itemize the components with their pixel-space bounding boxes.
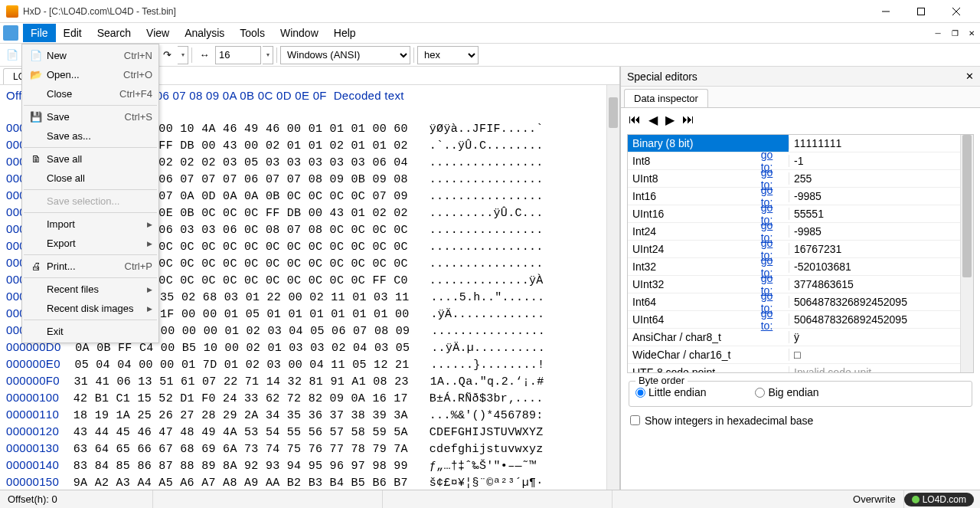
- inspector-value[interactable]: 55551: [789, 208, 973, 220]
- inspector-type-name: Int16: [628, 190, 761, 202]
- statusbar: Offset(h): 0 Overwrite LO4D.com: [0, 490, 980, 508]
- inspector-row[interactable]: UInt64go to:5064878326892452095: [628, 311, 973, 329]
- file-menu-print[interactable]: 🖨Print...Ctrl+P: [24, 257, 157, 276]
- inspector-value[interactable]: 5064878326892452095: [789, 313, 973, 326]
- nav-first-button[interactable]: ⏮: [629, 113, 641, 126]
- menu-edit[interactable]: Edit: [56, 24, 90, 42]
- svg-rect-1: [918, 8, 925, 15]
- toolbar-redo-dropdown[interactable]: ▾: [178, 46, 188, 64]
- hex-base-checkbox[interactable]: [630, 415, 640, 425]
- inspector-value[interactable]: -9985: [789, 190, 973, 202]
- bytes-per-row-dropdown[interactable]: ▾: [263, 46, 273, 64]
- file-menu-save[interactable]: 💾SaveCtrl+S: [24, 107, 157, 126]
- inspector-nav: ⏮ ◀ ▶ ⏭: [621, 108, 980, 131]
- inspector-value[interactable]: 5064878326892452095: [789, 296, 973, 308]
- encoding-select[interactable]: Windows (ANSI): [280, 46, 410, 64]
- inspector-type-name: WideChar / char16_t: [628, 349, 781, 361]
- inspector-type-name: UInt64: [628, 313, 761, 326]
- file-menu-new[interactable]: 📄NewCtrl+N: [24, 46, 157, 65]
- child-restore-button[interactable]: ❐: [946, 25, 963, 41]
- close-button[interactable]: [939, 0, 974, 23]
- menu-view[interactable]: View: [139, 24, 177, 42]
- menu-window[interactable]: Window: [273, 24, 326, 42]
- inspector-value[interactable]: ÿ: [789, 331, 973, 343]
- toolbar-redo-button[interactable]: ↷: [158, 46, 176, 64]
- inspector-scrollbar[interactable]: [960, 135, 973, 372]
- special-editors-title: Special editors: [627, 70, 697, 83]
- inspector-value[interactable]: 11111111: [789, 137, 973, 149]
- bytes-per-row-input[interactable]: [215, 46, 261, 64]
- inspector-type-name: Int32: [628, 261, 761, 273]
- file-menu-import[interactable]: Import▶: [24, 215, 157, 234]
- data-inspector-table: Binary (8 bit)11111111Int8go to:-1UInt8g…: [627, 134, 974, 373]
- nav-last-button[interactable]: ⏭: [682, 113, 694, 126]
- inspector-value[interactable]: -520103681: [789, 261, 973, 273]
- toolbar-width-icon: ↔: [195, 46, 214, 64]
- inspector-type-name: AnsiChar / char8_t: [628, 331, 781, 343]
- inspector-row[interactable]: Int24go to:-9985: [628, 223, 973, 241]
- inspector-value[interactable]: 255: [789, 172, 973, 185]
- inspector-type-name: Binary (8 bit): [628, 137, 781, 149]
- file-menu-export[interactable]: Export▶: [24, 234, 157, 253]
- file-menu-save-as[interactable]: Save as...: [24, 126, 157, 146]
- inspector-type-name: UInt32: [628, 278, 761, 290]
- menu-help[interactable]: Help: [326, 24, 364, 42]
- inspector-row[interactable]: Int32go to:-520103681: [628, 258, 973, 276]
- inspector-row[interactable]: Binary (8 bit)11111111: [628, 135, 973, 152]
- inspector-value[interactable]: □: [789, 349, 973, 361]
- document-icon: [3, 25, 18, 41]
- app-icon: [6, 5, 18, 18]
- inspector-row[interactable]: UInt24go to:16767231: [628, 241, 973, 258]
- data-inspector-tab[interactable]: Data inspector: [624, 89, 708, 107]
- file-menu-save-all[interactable]: 🗎Save all: [24, 149, 157, 169]
- hex-scrollbar[interactable]: [606, 85, 619, 490]
- inspector-row[interactable]: WideChar / char16_t□: [628, 346, 973, 364]
- nav-prev-button[interactable]: ◀: [648, 113, 658, 127]
- watermark-badge: LO4D.com: [904, 493, 974, 506]
- inspector-row[interactable]: UTF-8 code pointInvalid code unit: [628, 364, 973, 372]
- child-close-button[interactable]: ✕: [963, 25, 980, 41]
- inspector-value[interactable]: 16767231: [789, 243, 973, 255]
- inspector-value[interactable]: -1: [789, 155, 973, 167]
- inspector-type-name: UInt8: [628, 172, 761, 185]
- inspector-value[interactable]: Invalid code unit: [789, 366, 973, 372]
- minimize-button[interactable]: [868, 0, 903, 23]
- special-editors-close-button[interactable]: ✕: [965, 70, 974, 82]
- inspector-row[interactable]: UInt8go to:255: [628, 170, 973, 188]
- nav-next-button[interactable]: ▶: [665, 113, 675, 127]
- inspector-row[interactable]: Int16go to:-9985: [628, 188, 973, 205]
- file-menu-recent-files[interactable]: Recent files▶: [24, 280, 157, 299]
- little-endian-radio[interactable]: Little endian: [635, 386, 707, 398]
- inspector-row[interactable]: Int64go to:5064878326892452095: [628, 293, 973, 311]
- save-all-icon: 🗎: [28, 153, 44, 166]
- file-menu-close[interactable]: CloseCtrl+F4: [24, 84, 157, 103]
- file-menu-save-selection[interactable]: Save selection...: [24, 192, 157, 211]
- byte-order-group: Byte order Little endian Big endian: [629, 381, 972, 407]
- toolbar-new-button[interactable]: 📄: [3, 46, 21, 64]
- file-menu-exit[interactable]: Exit: [24, 322, 157, 341]
- inspector-value[interactable]: 3774863615: [789, 278, 973, 290]
- big-endian-radio[interactable]: Big endian: [755, 386, 818, 398]
- inspector-row[interactable]: Int8go to:-1: [628, 152, 973, 170]
- status-offset: Offset(h): 0: [0, 490, 153, 508]
- menu-analysis[interactable]: Analysis: [177, 24, 232, 42]
- file-menu-dropdown: 📄NewCtrl+N 📂Open...Ctrl+O CloseCtrl+F4 💾…: [21, 44, 159, 343]
- inspector-type-name: UTF-8 code point: [628, 366, 781, 372]
- titlebar: HxD - [C:\LO4D.com\LO4D - Test.bin]: [0, 0, 980, 23]
- inspector-type-name: Int24: [628, 225, 761, 238]
- menu-tools[interactable]: Tools: [232, 24, 273, 42]
- inspector-row[interactable]: UInt16go to:55551: [628, 205, 973, 223]
- menu-search[interactable]: Search: [90, 24, 139, 42]
- child-minimize-button[interactable]: ─: [929, 25, 946, 41]
- inspector-row[interactable]: AnsiChar / char8_tÿ: [628, 329, 973, 346]
- inspector-type-name: UInt24: [628, 243, 761, 255]
- file-menu-open[interactable]: 📂Open...Ctrl+O: [24, 65, 157, 84]
- menu-file[interactable]: File: [23, 24, 56, 42]
- maximize-button[interactable]: [903, 0, 939, 23]
- inspector-value[interactable]: -9985: [789, 225, 973, 238]
- status-overwrite: Overwrite: [845, 490, 904, 508]
- base-select[interactable]: hex: [417, 46, 479, 64]
- file-menu-recent-disk[interactable]: Recent disk images▶: [24, 299, 157, 318]
- inspector-row[interactable]: UInt32go to:3774863615: [628, 276, 973, 293]
- file-menu-close-all[interactable]: Close all: [24, 169, 157, 188]
